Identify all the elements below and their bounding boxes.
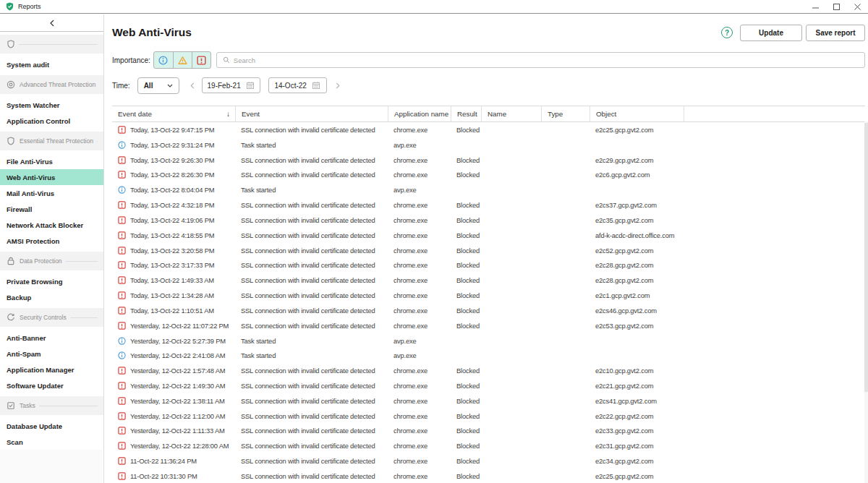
column-header-application-name[interactable]: Application name xyxy=(388,106,451,121)
time-range-value: All xyxy=(144,82,153,90)
sidebar-item-scan[interactable]: Scan xyxy=(0,434,103,450)
importance-warning-button[interactable] xyxy=(173,52,192,68)
importance-info-button[interactable] xyxy=(154,52,173,68)
sidebar-item-network-attack-blocker[interactable]: Network Attack Blocker xyxy=(0,217,103,233)
table-row[interactable]: Yesterday, 12-Oct-22 2:41:08 AMTask star… xyxy=(112,348,865,363)
maximize-button[interactable] xyxy=(826,0,847,13)
table-row[interactable]: Today, 13-Oct-22 4:18:55 PMSSL connectio… xyxy=(112,228,865,243)
event-date-text: Yesterday, 12-Oct-22 5:27:39 PM xyxy=(130,337,226,345)
table-row[interactable]: Today, 13-Oct-22 1:34:28 AMSSL connectio… xyxy=(112,288,865,303)
help-button[interactable]: ? xyxy=(721,27,733,38)
page-title: Web Anti-Virus xyxy=(112,26,192,39)
column-header-event-date[interactable]: Event date↓ xyxy=(112,106,235,121)
table-row[interactable]: 11-Oct-22 11:36:24 PMSSL connection with… xyxy=(112,453,865,469)
cell-application-name: avp.exe xyxy=(388,337,451,345)
table-row[interactable]: Today, 13-Oct-22 9:47:15 PMSSL connectio… xyxy=(112,122,865,137)
next-period-button[interactable] xyxy=(331,82,345,89)
sidebar-item-software-updater[interactable]: Software Updater xyxy=(0,377,103,393)
chevron-right-icon xyxy=(336,82,340,89)
table-row[interactable]: Today, 13-Oct-22 9:26:30 PMSSL connectio… xyxy=(112,153,865,168)
table-row[interactable]: Today, 13-Oct-22 1:10:51 AMSSL connectio… xyxy=(112,303,865,318)
update-button[interactable]: Update xyxy=(740,25,802,41)
date-to-button[interactable]: 14-Oct-22 xyxy=(268,77,327,93)
table-row[interactable]: Yesterday, 12-Oct-22 1:12:00 AMSSL conne… xyxy=(112,409,865,424)
cell-result: Blocked xyxy=(451,291,481,299)
cell-application-name: avp.exe xyxy=(388,351,451,359)
cell-object: e2c22.gcp.gvt2.com xyxy=(590,412,684,420)
event-date-text: Today, 13-Oct-22 1:49:33 AM xyxy=(130,276,214,284)
time-range-select[interactable]: All xyxy=(137,77,179,94)
column-header-type[interactable]: Type xyxy=(541,106,590,121)
sidebar-item-database-update[interactable]: Database Update xyxy=(0,418,103,434)
sidebar-item-system-watcher[interactable]: System Watcher xyxy=(0,97,103,113)
cell-application-name: chrome.exe xyxy=(388,412,451,420)
table-row[interactable]: Today, 13-Oct-22 8:04:04 PMTask starteda… xyxy=(112,182,865,197)
event-date-text: Today, 13-Oct-22 4:32:18 PM xyxy=(130,201,214,209)
table-row[interactable]: 11-Oct-22 10:31:30 PMSSL connection with… xyxy=(112,469,865,483)
date-from-button[interactable]: 19-Feb-21 xyxy=(202,77,260,93)
table-row[interactable]: Yesterday, 12-Oct-22 1:38:11 AMSSL conne… xyxy=(112,393,865,409)
column-label: Result xyxy=(457,110,477,118)
sidebar-item-file-anti-virus[interactable]: File Anti-Virus xyxy=(0,153,103,169)
cell-application-name: chrome.exe xyxy=(388,382,451,390)
sidebar-item-private-browsing[interactable]: Private Browsing xyxy=(0,273,103,289)
column-header-object[interactable]: Object xyxy=(590,106,684,121)
column-header-event[interactable]: Event xyxy=(235,106,388,121)
sidebar-item-application-manager[interactable]: Application Manager xyxy=(0,362,103,377)
sidebar-item-system-audit[interactable]: System audit xyxy=(0,56,103,72)
table-row[interactable]: Today, 13-Oct-22 1:49:33 AMSSL connectio… xyxy=(112,273,865,288)
cell-event-date: Today, 13-Oct-22 8:04:04 PM xyxy=(112,186,235,194)
sidebar-section-header xyxy=(0,35,103,54)
cell-event: SSL connection with invalid certificate … xyxy=(235,156,388,164)
table-row[interactable]: Today, 13-Oct-22 4:32:18 PMSSL connectio… xyxy=(112,197,865,213)
table-row[interactable]: Yesterday, 12-Oct-22 5:27:39 PMTask star… xyxy=(112,333,865,349)
sidebar-item-web-anti-virus[interactable]: Web Anti-Virus xyxy=(0,169,103,185)
cell-application-name: chrome.exe xyxy=(388,156,451,164)
cell-event: SSL connection with invalid certificate … xyxy=(235,171,388,179)
column-header-name[interactable]: Name xyxy=(481,106,541,121)
save-report-button[interactable]: Save report xyxy=(806,25,865,41)
minimize-button[interactable] xyxy=(805,0,826,13)
cell-event: Task started xyxy=(235,186,388,194)
event-date-text: Today, 13-Oct-22 4:19:06 PM xyxy=(130,216,214,224)
sidebar-list: System auditAdvanced Threat ProtectionSy… xyxy=(0,35,103,450)
sidebar-item-anti-spam[interactable]: Anti-Spam xyxy=(0,346,103,362)
importance-critical-button[interactable] xyxy=(192,52,210,68)
sidebar-item-firewall[interactable]: Firewall xyxy=(0,201,103,217)
sidebar-item-backup[interactable]: Backup xyxy=(0,289,103,305)
scrollbar-thumb[interactable] xyxy=(864,123,868,392)
sidebar-item-application-control[interactable]: Application Control xyxy=(0,113,103,129)
table-row[interactable]: Today, 13-Oct-22 3:17:33 PMSSL connectio… xyxy=(112,257,865,273)
table-row[interactable]: Yesterday, 12-Oct-22 1:57:48 AMSSL conne… xyxy=(112,363,865,378)
prev-period-button[interactable] xyxy=(185,82,200,89)
minimize-icon xyxy=(812,4,819,10)
cell-application-name: chrome.exe xyxy=(388,126,451,134)
close-button[interactable] xyxy=(847,0,868,13)
cell-event-date: Today, 13-Oct-22 9:31:24 PM xyxy=(112,141,235,149)
table-row[interactable]: Today, 13-Oct-22 3:20:58 PMSSL connectio… xyxy=(112,243,865,258)
table-row[interactable]: Yesterday, 12-Oct-22 1:11:33 AMSSL conne… xyxy=(112,424,865,439)
info-icon xyxy=(118,351,126,359)
vertical-scrollbar[interactable] xyxy=(864,121,868,483)
sidebar-item-mail-anti-virus[interactable]: Mail Anti-Virus xyxy=(0,185,103,201)
calendar-icon xyxy=(246,81,255,90)
cell-result: Blocked xyxy=(451,412,481,420)
critical-icon xyxy=(118,126,126,134)
table-row[interactable]: Yesterday, 12-Oct-22 11:07:22 PMSSL conn… xyxy=(112,318,865,333)
search-input[interactable]: Search xyxy=(216,52,865,68)
event-date-text: Yesterday, 12-Oct-22 1:11:33 AM xyxy=(130,427,225,435)
table-row[interactable]: Today, 13-Oct-22 9:31:24 PMTask starteda… xyxy=(112,137,865,153)
sidebar-item-amsi-protection[interactable]: AMSI Protection xyxy=(0,233,103,249)
table-row[interactable]: Today, 13-Oct-22 4:19:06 PMSSL connectio… xyxy=(112,213,865,228)
table-row[interactable]: Today, 13-Oct-22 8:26:30 PMSSL connectio… xyxy=(112,167,865,182)
column-header-result[interactable]: Result xyxy=(451,106,481,121)
cell-application-name: chrome.exe xyxy=(388,472,451,480)
cell-object: e2c34.gcp.gvt2.com xyxy=(590,457,684,465)
table-row[interactable]: Yesterday, 12-Oct-22 12:28:00 AMSSL conn… xyxy=(112,438,865,453)
cell-object: e2cs46.gcp.gvt2.com xyxy=(590,307,684,315)
table-row[interactable]: Yesterday, 12-Oct-22 1:49:30 AMSSL conne… xyxy=(112,378,865,393)
sidebar-item-anti-banner[interactable]: Anti-Banner xyxy=(0,330,103,346)
cell-object: e2c31.gcp.gvt2.com xyxy=(590,442,684,450)
sidebar-collapse-button[interactable] xyxy=(0,14,103,32)
cell-object: e2c28.gcp.gvt2.com xyxy=(590,261,684,269)
